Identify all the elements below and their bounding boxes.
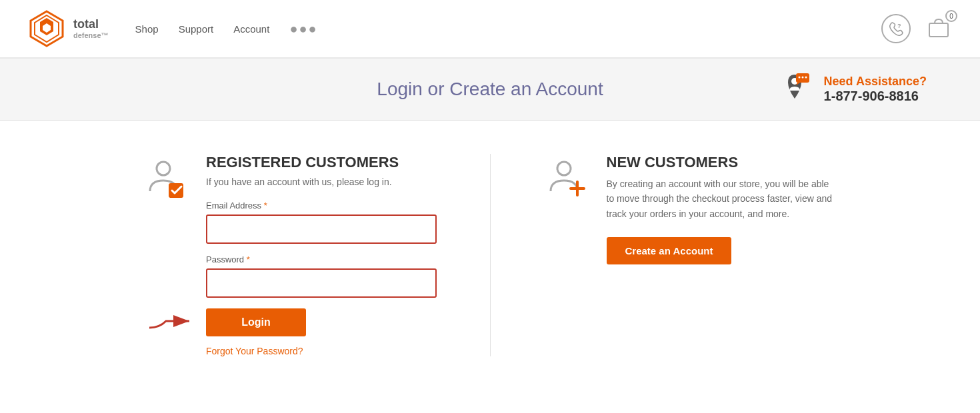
header-right: ? 0: [881, 14, 953, 43]
assistance-icon: [775, 69, 815, 109]
support-phone-button[interactable]: ?: [881, 14, 911, 43]
nav-support[interactable]: Support: [179, 23, 214, 35]
email-label: Email Address *: [206, 201, 437, 210]
registered-subtitle: If you have an account with us, please l…: [206, 177, 437, 187]
arrow-indicator: [146, 311, 199, 334]
page-header-band: Login or Create an Account Need Assistan…: [0, 59, 980, 121]
password-required-star: *: [247, 254, 250, 264]
email-required-star: *: [264, 201, 267, 210]
svg-point-8: [805, 77, 807, 79]
registered-section-content: REGISTERED CUSTOMERS If you have an acco…: [206, 154, 437, 356]
logo-icon: [27, 9, 67, 49]
assistance-label: Need Assistance?: [824, 75, 927, 89]
assistance-phone: 1-877-906-8816: [824, 89, 927, 104]
registered-title: REGISTERED CUSTOMERS: [206, 154, 437, 171]
registered-section: REGISTERED CUSTOMERS If you have an acco…: [143, 154, 437, 356]
logo-text: total defense™: [73, 17, 109, 41]
header: total defense™ Shop Support Account ●●● …: [0, 0, 980, 59]
email-input[interactable]: [206, 214, 437, 244]
phone-question-icon: ?: [889, 21, 903, 36]
svg-text:?: ?: [897, 23, 901, 29]
nav-shop[interactable]: Shop: [135, 23, 159, 35]
new-customers-description: By creating an account with our store, y…: [607, 177, 833, 221]
main-nav: Shop Support Account ●●●: [135, 21, 881, 37]
login-button[interactable]: Login: [206, 308, 306, 336]
email-form-group: Email Address *: [206, 201, 437, 244]
logo[interactable]: total defense™: [27, 9, 109, 49]
section-divider: [490, 154, 491, 356]
new-customers-title: NEW CUSTOMERS: [607, 154, 837, 171]
new-customers-section: NEW CUSTOMERS By creating an account wit…: [544, 154, 837, 356]
page-title: Login or Create an Account: [377, 79, 603, 100]
svg-point-12: [557, 162, 571, 175]
svg-rect-3: [929, 23, 948, 37]
svg-point-6: [798, 77, 800, 79]
main-content: REGISTERED CUSTOMERS If you have an acco…: [90, 121, 890, 390]
password-input[interactable]: [206, 268, 437, 298]
cart-button[interactable]: 0: [924, 14, 953, 43]
svg-point-7: [801, 77, 803, 79]
password-form-group: Password *: [206, 254, 437, 298]
login-action-row: Login: [206, 308, 437, 336]
new-section-content: NEW CUSTOMERS By creating an account wit…: [607, 154, 837, 356]
forgot-password-link[interactable]: Forgot Your Password?: [206, 346, 437, 356]
person-location-icon: [775, 69, 815, 109]
cart-count: 0: [945, 10, 957, 22]
nav-account[interactable]: Account: [233, 23, 269, 35]
svg-point-9: [157, 162, 170, 175]
new-customer-icon: [544, 157, 591, 356]
password-label: Password *: [206, 254, 437, 264]
nav-more[interactable]: ●●●: [289, 21, 317, 37]
assistance-block: Need Assistance? 1-877-906-8816: [775, 69, 927, 109]
assistance-text: Need Assistance? 1-877-906-8816: [824, 75, 927, 104]
create-account-button[interactable]: Create an Account: [607, 237, 732, 264]
